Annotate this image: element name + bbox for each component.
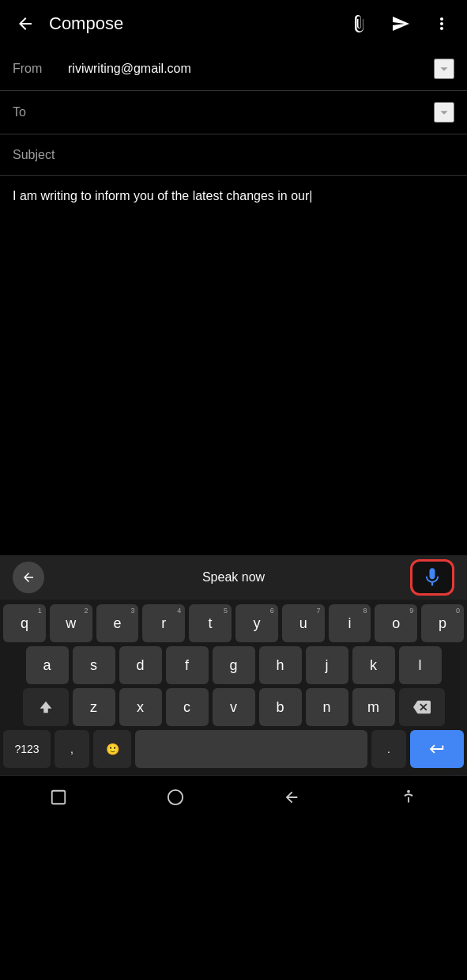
symbols-key[interactable]: ?123: [3, 730, 51, 768]
keyboard: q1 w2 e3 r4 t5 y6 u7 i8 o9 p0 a s d f g …: [0, 600, 467, 775]
svg-rect-0: [52, 790, 66, 804]
bottom-nav: [0, 775, 467, 818]
more-button[interactable]: [429, 11, 454, 36]
keyboard-back-button[interactable]: [13, 562, 44, 593]
key-g[interactable]: g: [213, 646, 255, 684]
period-key[interactable]: .: [371, 730, 406, 768]
top-bar: Compose: [0, 0, 467, 47]
to-label: To: [13, 105, 68, 119]
key-l[interactable]: l: [399, 646, 442, 684]
compose-form: From riviwriting@gmail.com To I am writi…: [0, 47, 467, 555]
key-s[interactable]: s: [73, 646, 115, 684]
key-t[interactable]: t5: [189, 604, 232, 642]
space-key[interactable]: [135, 730, 367, 768]
to-field-row[interactable]: To: [0, 91, 467, 134]
to-input[interactable]: [68, 105, 434, 119]
page-title: Compose: [49, 13, 123, 34]
svg-point-1: [168, 789, 182, 804]
top-bar-actions: [347, 11, 454, 36]
key-j[interactable]: j: [306, 646, 348, 684]
key-x[interactable]: x: [119, 688, 162, 726]
home-button[interactable]: [160, 782, 190, 812]
key-r[interactable]: r4: [142, 604, 185, 642]
key-f[interactable]: f: [166, 646, 209, 684]
send-button[interactable]: [388, 11, 413, 36]
back-button[interactable]: [13, 11, 38, 36]
subject-input[interactable]: [13, 148, 454, 162]
keyboard-row-3: z x c v b n m: [3, 688, 464, 726]
key-p[interactable]: p0: [421, 604, 464, 642]
keyboard-row-1: q1 w2 e3 r4 t5 y6 u7 i8 o9 p0: [3, 604, 464, 642]
key-n[interactable]: n: [306, 688, 348, 726]
from-dropdown-button[interactable]: [434, 59, 454, 79]
body-text-content: I am writing to inform you of the latest…: [13, 189, 309, 202]
key-h[interactable]: h: [259, 646, 302, 684]
key-e[interactable]: e3: [96, 604, 139, 642]
from-value: riviwriting@gmail.com: [68, 62, 434, 76]
subject-field-row[interactable]: [0, 134, 467, 176]
speak-now-label: Speak now: [202, 570, 265, 585]
body-area[interactable]: I am writing to inform you of the latest…: [0, 176, 467, 555]
from-field-row: From riviwriting@gmail.com: [0, 47, 467, 91]
key-a[interactable]: a: [26, 646, 69, 684]
shift-key[interactable]: [23, 688, 69, 726]
voice-bar: Speak now: [0, 555, 467, 600]
back-button-nav[interactable]: [277, 782, 307, 812]
key-w[interactable]: w2: [50, 604, 92, 642]
key-i[interactable]: i8: [329, 604, 371, 642]
keyboard-row-2: a s d f g h j k l: [3, 646, 464, 684]
body-text: I am writing to inform you of the latest…: [13, 189, 312, 202]
attach-button[interactable]: [347, 11, 372, 36]
key-m[interactable]: m: [352, 688, 395, 726]
key-k[interactable]: k: [352, 646, 395, 684]
key-y[interactable]: y6: [235, 604, 278, 642]
voice-mic-button[interactable]: [410, 559, 454, 596]
backspace-key[interactable]: [399, 688, 445, 726]
key-z[interactable]: z: [73, 688, 115, 726]
from-label: From: [13, 62, 68, 76]
key-c[interactable]: c: [166, 688, 209, 726]
recent-apps-button[interactable]: [43, 782, 73, 812]
key-b[interactable]: b: [259, 688, 302, 726]
key-q[interactable]: q1: [3, 604, 46, 642]
top-bar-left: Compose: [13, 11, 123, 36]
to-dropdown-button[interactable]: [434, 102, 454, 123]
key-o[interactable]: o9: [375, 604, 417, 642]
comma-key[interactable]: ,: [55, 730, 89, 768]
key-u[interactable]: u7: [282, 604, 325, 642]
accessibility-button[interactable]: [394, 782, 424, 812]
cursor: [309, 189, 312, 202]
key-v[interactable]: v: [213, 688, 255, 726]
emoji-key[interactable]: 🙂: [93, 730, 131, 768]
svg-point-2: [407, 789, 410, 793]
keyboard-row-4: ?123 , 🙂 .: [3, 730, 464, 768]
enter-key[interactable]: [410, 730, 464, 768]
key-d[interactable]: d: [119, 646, 162, 684]
